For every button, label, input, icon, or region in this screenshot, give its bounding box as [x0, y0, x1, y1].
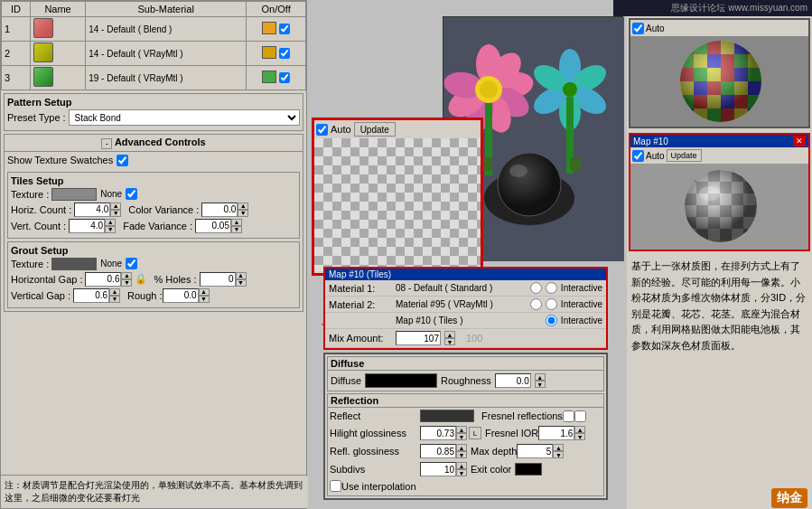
horiz-spinner[interactable]: ▲ ▼	[110, 203, 121, 217]
fv-down[interactable]: ▼	[231, 226, 242, 233]
rough-up[interactable]: ▲	[199, 288, 210, 296]
rg-down[interactable]: ▼	[456, 451, 467, 458]
reflect-color-swatch[interactable]	[420, 410, 474, 422]
mat-desc-3[interactable]: 19 - Default ( VRayMtl )	[86, 66, 247, 90]
mat-swatch[interactable]	[30, 17, 85, 42]
refl-gloss-input[interactable]	[420, 444, 456, 458]
mat-color-swatch-2[interactable]	[33, 42, 53, 62]
exit-color-swatch[interactable]	[515, 463, 542, 476]
vert-down[interactable]: ▼	[105, 226, 116, 233]
hl-up[interactable]: ▲	[456, 426, 467, 433]
hilight-spinner[interactable]: ▲ ▼	[456, 426, 467, 440]
mat-swatch-3[interactable]	[30, 66, 85, 90]
rg-spinner[interactable]: ▲ ▼	[456, 444, 467, 458]
show-texture-checkbox[interactable]	[117, 155, 128, 166]
auto-checkbox[interactable]	[316, 124, 328, 136]
fade-variance-spinner[interactable]: ▲ ▼	[231, 219, 242, 233]
subdivs-input[interactable]	[420, 462, 456, 476]
hilight-input[interactable]	[420, 426, 456, 440]
vert-spinner[interactable]: ▲ ▼	[105, 219, 116, 233]
mix-amount-input[interactable]	[396, 331, 441, 345]
map10-close-btn[interactable]: ✕	[793, 136, 806, 146]
fi-down[interactable]: ▼	[574, 433, 585, 440]
tiles-texture-checkbox[interactable]	[126, 188, 137, 200]
mat1-radio-interactive[interactable]	[546, 282, 557, 294]
hg-down[interactable]: ▼	[121, 279, 132, 287]
mat-color-swatch-3[interactable]	[33, 67, 53, 87]
map10-auto-check[interactable]	[632, 150, 644, 162]
vert-count-input[interactable]	[69, 219, 105, 233]
color-variance-input[interactable]	[201, 203, 238, 217]
horiz-down[interactable]: ▼	[110, 210, 121, 217]
color-variance-spinner[interactable]: ▲ ▼	[238, 203, 248, 217]
roughness-spinner[interactable]: ▲ ▼	[535, 373, 546, 388]
collapse-btn[interactable]: -	[101, 138, 112, 149]
grout-texture-checkbox[interactable]	[126, 258, 137, 269]
hg-spinner[interactable]: ▲ ▼	[121, 272, 132, 287]
holes-up[interactable]: ▲	[236, 272, 247, 279]
horiz-count-input[interactable]	[74, 203, 110, 217]
sub-spinner[interactable]: ▲ ▼	[456, 462, 467, 476]
fv-up[interactable]: ▲	[231, 219, 242, 226]
hl-down[interactable]: ▼	[456, 433, 467, 440]
vg-down[interactable]: ▼	[109, 296, 120, 303]
vert-gap-input[interactable]	[73, 288, 109, 303]
mat-checkbox-3[interactable]	[279, 72, 290, 83]
mix-up[interactable]: ▲	[444, 331, 455, 338]
holes-down[interactable]: ▼	[236, 279, 247, 287]
vert-up[interactable]: ▲	[105, 219, 116, 226]
fresnel-checkbox2[interactable]	[574, 410, 586, 422]
mat-color-box-3[interactable]	[262, 71, 276, 83]
hg-up[interactable]: ▲	[121, 272, 132, 279]
mat2-radio-interactive[interactable]	[546, 298, 557, 310]
rough-input[interactable]	[163, 288, 199, 303]
preset-type-dropdown[interactable]: Stack Bond	[69, 109, 300, 126]
fresnel-ior-input[interactable]	[538, 426, 574, 440]
mat-desc-2[interactable]: 14 - Default ( VRayMtl )	[86, 42, 247, 66]
max-depth-input[interactable]	[517, 444, 553, 458]
roughness-down[interactable]: ▼	[535, 381, 546, 388]
roughness-up[interactable]: ▲	[535, 373, 546, 381]
mat-color-swatch-1[interactable]	[33, 18, 53, 38]
rough-spinner[interactable]: ▲ ▼	[199, 288, 210, 303]
mat-checkbox-1[interactable]	[279, 24, 290, 34]
cv-down[interactable]: ▼	[238, 210, 248, 217]
mat-swatch-2[interactable]	[30, 42, 85, 66]
rough-down[interactable]: ▼	[199, 296, 210, 303]
horiz-gap-input[interactable]	[85, 272, 121, 287]
use-interp-checkbox[interactable]	[330, 480, 341, 492]
mat-color-box-2[interactable]	[262, 46, 276, 59]
holes-input[interactable]	[200, 272, 236, 287]
roughness-input[interactable]	[495, 373, 531, 388]
diffuse-color-swatch[interactable]	[365, 373, 437, 388]
update-button[interactable]: Update	[354, 122, 396, 137]
map-radio-interactive[interactable]	[546, 315, 557, 326]
mat-color-box-1[interactable]	[262, 22, 276, 34]
fi-spinner[interactable]: ▲ ▼	[574, 426, 585, 440]
fade-variance-input[interactable]	[195, 219, 231, 233]
holes-spinner[interactable]: ▲ ▼	[236, 272, 247, 287]
fi-up[interactable]: ▲	[574, 426, 585, 433]
mat1-radio-none[interactable]	[530, 282, 542, 294]
rg-up[interactable]: ▲	[456, 444, 467, 451]
grout-texture-swatch[interactable]	[51, 258, 97, 270]
horiz-up[interactable]: ▲	[110, 203, 121, 210]
md-down[interactable]: ▼	[553, 451, 564, 458]
vg-spinner[interactable]: ▲ ▼	[109, 288, 120, 303]
cv-up[interactable]: ▲	[238, 203, 248, 210]
md-up[interactable]: ▲	[553, 444, 564, 451]
mat-desc-1[interactable]: 14 - Default ( Blend )	[86, 17, 247, 42]
md-spinner[interactable]: ▲ ▼	[553, 444, 564, 458]
tiles-texture-swatch[interactable]	[51, 188, 97, 201]
hilight-l-btn[interactable]: L	[469, 427, 481, 439]
mix-spinner[interactable]: ▲ ▼	[444, 331, 455, 345]
top-auto-check[interactable]	[632, 23, 644, 34]
map10-update-btn[interactable]: Update	[667, 149, 702, 162]
sub-up[interactable]: ▲	[456, 462, 467, 469]
fresnel-checkbox[interactable]	[563, 410, 574, 422]
mat2-radio-none[interactable]	[530, 298, 542, 310]
sub-down[interactable]: ▼	[456, 469, 467, 476]
vg-up[interactable]: ▲	[109, 288, 120, 296]
mix-down[interactable]: ▼	[444, 338, 455, 345]
mat-checkbox-2[interactable]	[279, 48, 290, 59]
